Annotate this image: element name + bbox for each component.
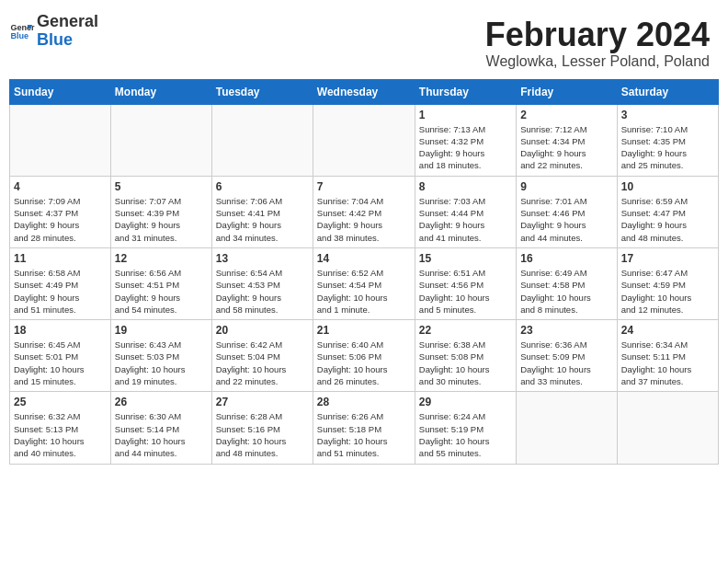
day-number: 25 — [14, 396, 107, 408]
day-number: 5 — [115, 180, 208, 193]
day-number: 6 — [216, 180, 309, 193]
calendar-cell: 16Sunrise: 6:49 AM Sunset: 4:58 PM Dayli… — [517, 247, 617, 319]
calendar-cell: 24Sunrise: 6:34 AM Sunset: 5:11 PM Dayli… — [617, 320, 718, 392]
calendar-cell — [617, 392, 718, 464]
col-header-wednesday: Wednesday — [313, 79, 415, 104]
day-number: 24 — [621, 324, 714, 337]
day-number: 22 — [419, 324, 512, 337]
calendar-cell: 19Sunrise: 6:43 AM Sunset: 5:03 PM Dayli… — [110, 320, 211, 392]
day-info: Sunrise: 6:36 AM Sunset: 5:09 PM Dayligh… — [520, 339, 612, 387]
day-info: Sunrise: 6:52 AM Sunset: 4:54 PM Dayligh… — [317, 267, 411, 316]
day-number: 21 — [317, 324, 411, 337]
day-info: Sunrise: 6:24 AM Sunset: 5:19 PM Dayligh… — [419, 410, 512, 459]
calendar-cell: 10Sunrise: 6:59 AM Sunset: 4:47 PM Dayli… — [617, 176, 718, 247]
day-number: 23 — [520, 324, 612, 337]
svg-text:Blue: Blue — [10, 31, 28, 40]
calendar-cell — [10, 104, 111, 176]
day-number: 2 — [520, 109, 612, 121]
day-info: Sunrise: 6:56 AM Sunset: 4:51 PM Dayligh… — [115, 267, 208, 316]
location-subtitle: Weglowka, Lesser Poland, Poland — [18, 53, 710, 70]
calendar-cell: 18Sunrise: 6:45 AM Sunset: 5:01 PM Dayli… — [10, 320, 111, 392]
week-row-4: 18Sunrise: 6:45 AM Sunset: 5:01 PM Dayli… — [10, 320, 719, 392]
calendar-cell: 25Sunrise: 6:32 AM Sunset: 5:13 PM Dayli… — [10, 392, 111, 464]
calendar-cell: 8Sunrise: 7:03 AM Sunset: 4:44 PM Daylig… — [415, 176, 516, 247]
calendar-cell: 7Sunrise: 7:04 AM Sunset: 4:42 PM Daylig… — [313, 176, 415, 247]
svg-text:General: General — [10, 22, 35, 31]
day-info: Sunrise: 7:12 AM Sunset: 4:34 PM Dayligh… — [520, 123, 612, 172]
day-info: Sunrise: 7:03 AM Sunset: 4:44 PM Dayligh… — [419, 195, 512, 244]
col-header-saturday: Saturday — [617, 79, 718, 104]
day-info: Sunrise: 6:54 AM Sunset: 4:53 PM Dayligh… — [216, 267, 309, 316]
header: February 2024 Weglowka, Lesser Poland, P… — [9, 9, 719, 72]
day-number: 27 — [216, 396, 309, 408]
day-info: Sunrise: 6:38 AM Sunset: 5:08 PM Dayligh… — [419, 339, 512, 387]
day-info: Sunrise: 7:06 AM Sunset: 4:41 PM Dayligh… — [216, 195, 309, 244]
day-number: 11 — [14, 252, 107, 265]
day-info: Sunrise: 7:09 AM Sunset: 4:37 PM Dayligh… — [14, 195, 107, 244]
day-number: 7 — [317, 180, 411, 193]
day-info: Sunrise: 6:32 AM Sunset: 5:13 PM Dayligh… — [14, 410, 107, 459]
calendar-cell: 6Sunrise: 7:06 AM Sunset: 4:41 PM Daylig… — [211, 176, 313, 247]
col-header-sunday: Sunday — [10, 79, 111, 104]
day-number: 12 — [115, 252, 208, 265]
calendar-cell: 14Sunrise: 6:52 AM Sunset: 4:54 PM Dayli… — [313, 247, 415, 319]
week-row-5: 25Sunrise: 6:32 AM Sunset: 5:13 PM Dayli… — [10, 392, 719, 464]
day-number: 8 — [419, 180, 512, 193]
calendar-cell: 13Sunrise: 6:54 AM Sunset: 4:53 PM Dayli… — [211, 247, 313, 319]
col-header-thursday: Thursday — [415, 79, 516, 104]
day-info: Sunrise: 6:45 AM Sunset: 5:01 PM Dayligh… — [14, 339, 107, 387]
calendar-cell — [211, 104, 313, 176]
page-title: February 2024 — [18, 17, 710, 53]
day-number: 16 — [520, 252, 612, 265]
calendar-cell: 9Sunrise: 7:01 AM Sunset: 4:46 PM Daylig… — [517, 176, 617, 247]
day-info: Sunrise: 6:42 AM Sunset: 5:04 PM Dayligh… — [216, 339, 309, 387]
calendar-cell: 17Sunrise: 6:47 AM Sunset: 4:59 PM Dayli… — [617, 247, 718, 319]
calendar-cell: 20Sunrise: 6:42 AM Sunset: 5:04 PM Dayli… — [211, 320, 313, 392]
day-number: 26 — [115, 396, 208, 408]
day-number: 10 — [621, 180, 714, 193]
calendar-table: SundayMondayTuesdayWednesdayThursdayFrid… — [9, 79, 719, 465]
day-info: Sunrise: 7:04 AM Sunset: 4:42 PM Dayligh… — [317, 195, 411, 244]
day-number: 1 — [419, 109, 512, 121]
calendar-cell: 2Sunrise: 7:12 AM Sunset: 4:34 PM Daylig… — [517, 104, 617, 176]
day-number: 9 — [520, 180, 612, 193]
calendar-cell: 4Sunrise: 7:09 AM Sunset: 4:37 PM Daylig… — [10, 176, 111, 247]
day-info: Sunrise: 6:43 AM Sunset: 5:03 PM Dayligh… — [115, 339, 208, 387]
day-info: Sunrise: 6:58 AM Sunset: 4:49 PM Dayligh… — [14, 267, 107, 316]
calendar-cell: 26Sunrise: 6:30 AM Sunset: 5:14 PM Dayli… — [110, 392, 211, 464]
calendar-cell: 21Sunrise: 6:40 AM Sunset: 5:06 PM Dayli… — [313, 320, 415, 392]
day-info: Sunrise: 6:40 AM Sunset: 5:06 PM Dayligh… — [317, 339, 411, 387]
calendar-cell: 29Sunrise: 6:24 AM Sunset: 5:19 PM Dayli… — [415, 392, 516, 464]
week-row-3: 11Sunrise: 6:58 AM Sunset: 4:49 PM Dayli… — [10, 247, 719, 319]
col-header-tuesday: Tuesday — [211, 79, 313, 104]
day-number: 15 — [419, 252, 512, 265]
day-number: 4 — [14, 180, 107, 193]
calendar-cell: 11Sunrise: 6:58 AM Sunset: 4:49 PM Dayli… — [10, 247, 111, 319]
day-number: 3 — [621, 109, 714, 121]
calendar-cell — [110, 104, 211, 176]
day-number: 19 — [115, 324, 208, 337]
day-info: Sunrise: 7:10 AM Sunset: 4:35 PM Dayligh… — [621, 123, 714, 172]
day-info: Sunrise: 6:47 AM Sunset: 4:59 PM Dayligh… — [621, 267, 714, 316]
day-number: 14 — [317, 252, 411, 265]
calendar-cell: 15Sunrise: 6:51 AM Sunset: 4:56 PM Dayli… — [415, 247, 516, 319]
day-number: 29 — [419, 396, 512, 408]
day-number: 18 — [14, 324, 107, 337]
logo: General Blue General Blue — [9, 13, 98, 50]
calendar-cell: 1Sunrise: 7:13 AM Sunset: 4:32 PM Daylig… — [415, 104, 516, 176]
day-number: 28 — [317, 396, 411, 408]
calendar-cell: 5Sunrise: 7:07 AM Sunset: 4:39 PM Daylig… — [110, 176, 211, 247]
day-info: Sunrise: 6:34 AM Sunset: 5:11 PM Dayligh… — [621, 339, 714, 387]
calendar-cell: 12Sunrise: 6:56 AM Sunset: 4:51 PM Dayli… — [110, 247, 211, 319]
calendar-cell: 23Sunrise: 6:36 AM Sunset: 5:09 PM Dayli… — [517, 320, 617, 392]
day-info: Sunrise: 7:07 AM Sunset: 4:39 PM Dayligh… — [115, 195, 208, 244]
calendar-cell: 3Sunrise: 7:10 AM Sunset: 4:35 PM Daylig… — [617, 104, 718, 176]
day-info: Sunrise: 6:26 AM Sunset: 5:18 PM Dayligh… — [317, 410, 411, 459]
col-header-monday: Monday — [110, 79, 211, 104]
calendar-cell: 22Sunrise: 6:38 AM Sunset: 5:08 PM Dayli… — [415, 320, 516, 392]
day-info: Sunrise: 6:28 AM Sunset: 5:16 PM Dayligh… — [216, 410, 309, 459]
week-row-2: 4Sunrise: 7:09 AM Sunset: 4:37 PM Daylig… — [10, 176, 719, 247]
day-number: 17 — [621, 252, 714, 265]
calendar-cell — [313, 104, 415, 176]
calendar-cell: 28Sunrise: 6:26 AM Sunset: 5:18 PM Dayli… — [313, 392, 415, 464]
